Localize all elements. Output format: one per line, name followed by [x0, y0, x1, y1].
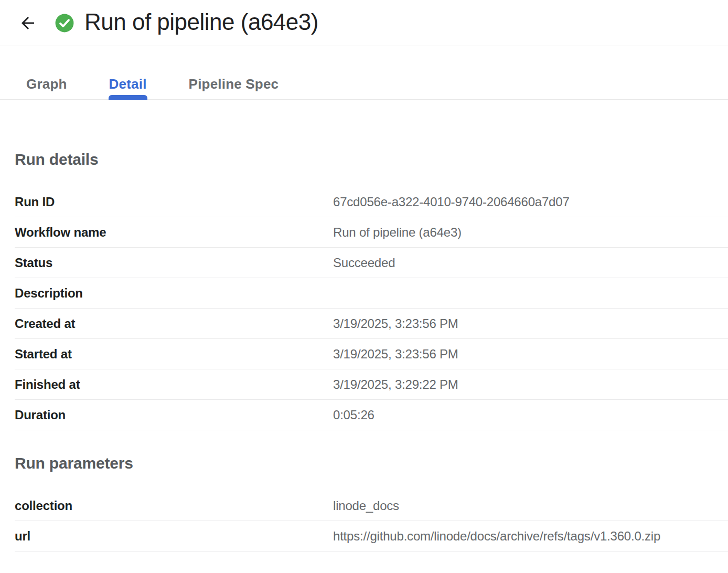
tab-graph-label: Graph: [26, 76, 67, 92]
back-button[interactable]: [16, 12, 39, 35]
field-value-duration: 0:05:26: [333, 408, 374, 422]
table-row: Description: [15, 278, 728, 309]
field-label-started-at: Started at: [15, 347, 333, 362]
run-parameters-table: collection linode_docs url https://githu…: [15, 491, 728, 551]
run-parameters-heading: Run parameters: [15, 454, 728, 472]
table-row: Started at 3/19/2025, 3:23:56 PM: [15, 339, 728, 369]
table-row: Workflow name Run of pipeline (a64e3): [15, 217, 728, 248]
field-label-run-id: Run ID: [15, 195, 333, 209]
table-row: Duration 0:05:26: [15, 400, 728, 430]
success-check-circle-icon: [55, 13, 74, 33]
param-label-collection: collection: [15, 498, 333, 513]
field-value-created-at: 3/19/2025, 3:23:56 PM: [333, 316, 458, 331]
table-row: Finished at 3/19/2025, 3:29:22 PM: [15, 369, 728, 400]
param-value-collection: linode_docs: [333, 498, 399, 513]
table-row: url https://github.com/linode/docs/archi…: [15, 521, 728, 551]
field-value-run-id: 67cd056e-a322-4010-9740-2064660a7d07: [333, 195, 570, 209]
field-label-duration: Duration: [15, 408, 333, 422]
detail-panel: Run details Run ID 67cd056e-a322-4010-97…: [0, 151, 728, 551]
tab-bar: Graph Detail Pipeline Spec: [0, 46, 728, 100]
tab-pipeline-spec-label: Pipeline Spec: [189, 76, 279, 92]
page-title: Run of pipeline (a64e3): [84, 10, 318, 36]
field-value-workflow-name: Run of pipeline (a64e3): [333, 225, 462, 240]
table-row: Created at 3/19/2025, 3:23:56 PM: [15, 309, 728, 339]
param-value-url: https://github.com/linode/docs/archive/r…: [333, 529, 660, 544]
field-value-started-at: 3/19/2025, 3:23:56 PM: [333, 347, 458, 362]
tab-graph[interactable]: Graph: [5, 69, 88, 99]
field-label-finished-at: Finished at: [15, 377, 333, 392]
tab-detail[interactable]: Detail: [88, 69, 168, 99]
run-details-heading: Run details: [15, 151, 728, 168]
tab-pipeline-spec[interactable]: Pipeline Spec: [168, 69, 300, 99]
field-label-description: Description: [15, 286, 333, 301]
table-row: collection linode_docs: [15, 491, 728, 521]
field-label-created-at: Created at: [15, 316, 333, 331]
table-row: Status Succeeded: [15, 248, 728, 278]
param-label-url: url: [15, 529, 333, 544]
table-row: Run ID 67cd056e-a322-4010-9740-2064660a7…: [15, 187, 728, 217]
run-details-table: Run ID 67cd056e-a322-4010-9740-2064660a7…: [15, 187, 728, 430]
field-value-finished-at: 3/19/2025, 3:29:22 PM: [333, 377, 458, 392]
field-value-status: Succeeded: [333, 256, 395, 270]
arrow-back-icon: [18, 14, 37, 33]
field-label-workflow-name: Workflow name: [15, 225, 333, 240]
tab-detail-label: Detail: [109, 76, 147, 92]
page-header: Run of pipeline (a64e3): [0, 0, 728, 46]
active-tab-indicator: [109, 95, 147, 100]
field-label-status: Status: [15, 256, 333, 270]
